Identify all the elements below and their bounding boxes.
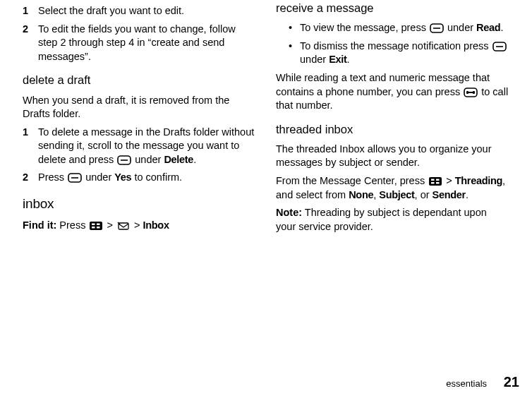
step-body: Press under Yes to confirm. bbox=[38, 171, 256, 185]
heading-delete-draft: delete a draft bbox=[23, 72, 256, 88]
find-it-line: Find it: Press > > Inbox bbox=[23, 219, 256, 233]
delete-draft-steps: 1 To delete a message in the Drafts fold… bbox=[23, 126, 256, 185]
softkey-icon bbox=[117, 155, 131, 165]
text-part: From the Message Center, press bbox=[276, 175, 428, 186]
heading-receive: receive a message bbox=[276, 0, 509, 16]
text-part: . bbox=[500, 22, 503, 33]
text-part: . bbox=[193, 154, 196, 165]
bullet-icon: • bbox=[289, 21, 300, 35]
text-part: , or bbox=[415, 189, 433, 200]
edit-draft-steps: 1 Select the draft you want to edit. 2 T… bbox=[23, 4, 256, 64]
text-part: Press bbox=[59, 219, 88, 231]
text-part: under bbox=[135, 154, 164, 165]
paragraph-threaded-intro: The threaded Inbox allows you to organiz… bbox=[276, 143, 509, 170]
paragraph-note: Note: Threading by subject is dependant … bbox=[276, 206, 509, 234]
step-number: 2 bbox=[23, 171, 38, 185]
text-part: under bbox=[300, 54, 329, 65]
step-body: Select the draft you want to edit. bbox=[38, 4, 256, 18]
text-part: > bbox=[134, 219, 143, 231]
callkey-icon bbox=[464, 88, 478, 97]
left-column: 1 Select the draft you want to edit. 2 T… bbox=[13, 0, 266, 367]
label-none: None bbox=[349, 189, 373, 200]
menukey-icon bbox=[89, 221, 103, 231]
note-label: Note: bbox=[276, 207, 302, 218]
softkey-icon bbox=[430, 23, 444, 33]
text-part: . bbox=[347, 54, 350, 65]
label-yes: Yes bbox=[114, 171, 131, 183]
label-read: Read bbox=[476, 22, 500, 33]
heading-inbox: inbox bbox=[23, 195, 256, 213]
page-number: 21 bbox=[504, 374, 519, 390]
step-body: To edit the fields you want to change, f… bbox=[38, 23, 256, 64]
text-part: To dismiss the message notification pres… bbox=[300, 40, 492, 52]
text-part: under bbox=[85, 171, 114, 183]
find-it-label: Find it: bbox=[23, 219, 56, 231]
step-body: To delete a message in the Drafts folder… bbox=[38, 126, 256, 167]
text-part: To view the message, press bbox=[300, 22, 429, 33]
step-number: 1 bbox=[23, 126, 38, 140]
heading-threaded: threaded inbox bbox=[276, 121, 509, 137]
bullet-body: To view the message, press under Read. bbox=[300, 21, 509, 35]
menukey-icon bbox=[428, 176, 442, 186]
receive-bullet-1: • To view the message, press under Read. bbox=[276, 21, 509, 35]
bullet-body: To dismiss the message notification pres… bbox=[300, 40, 509, 67]
delete-step-2: 2 Press under Yes to confirm. bbox=[23, 171, 256, 185]
label-inbox: Inbox bbox=[143, 219, 169, 231]
message-icon bbox=[116, 221, 131, 231]
text-part: > bbox=[446, 175, 455, 186]
softkey-icon bbox=[68, 173, 82, 183]
step-2: 2 To edit the fields you want to change,… bbox=[23, 23, 256, 64]
paragraph-from-center: From the Message Center, press > Threadi… bbox=[276, 174, 509, 202]
step-1: 1 Select the draft you want to edit. bbox=[23, 4, 256, 18]
text-part: While reading a text and numeric message… bbox=[276, 72, 490, 97]
note-body: Threading by subject is dependant upon y… bbox=[276, 207, 487, 232]
right-column: receive a message • To view the message,… bbox=[266, 0, 519, 367]
paragraph-delete-intro: When you send a draft, it is removed fro… bbox=[23, 94, 256, 121]
bullet-icon: • bbox=[289, 40, 300, 54]
text-part: to confirm. bbox=[131, 171, 182, 183]
label-exit: Exit bbox=[329, 54, 346, 65]
step-number: 2 bbox=[23, 23, 38, 37]
page-content: 1 Select the draft you want to edit. 2 T… bbox=[0, 0, 532, 367]
page-footer: essentials 21 bbox=[0, 373, 532, 392]
footer-section: essentials bbox=[446, 378, 487, 389]
text-part: . bbox=[466, 189, 468, 200]
softkey-icon bbox=[492, 42, 507, 52]
label-subject: Subject bbox=[379, 189, 414, 200]
receive-bullets: • To view the message, press under Read.… bbox=[276, 21, 509, 67]
step-number: 1 bbox=[23, 4, 38, 18]
label-threading: Threading bbox=[455, 175, 502, 186]
label-sender: Sender bbox=[433, 189, 466, 200]
label-delete: Delete bbox=[164, 154, 193, 165]
delete-step-1: 1 To delete a message in the Drafts fold… bbox=[23, 126, 256, 167]
text-part: > bbox=[107, 219, 116, 231]
receive-bullet-2: • To dismiss the message notification pr… bbox=[276, 40, 509, 67]
text-part: Press bbox=[38, 171, 67, 183]
paragraph-while-reading: While reading a text and numeric message… bbox=[276, 71, 509, 113]
text-part: under bbox=[447, 22, 476, 33]
